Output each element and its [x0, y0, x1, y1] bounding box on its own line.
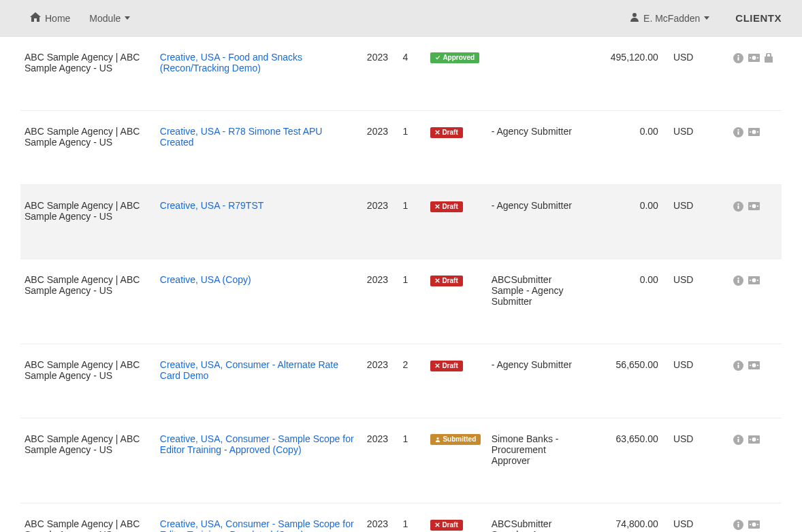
scope-link[interactable]: Creative, USA - Food and Snacks (Recon/T… — [160, 52, 302, 73]
money-icon[interactable] — [748, 128, 760, 136]
status-badge: Draft — [430, 520, 462, 531]
svg-point-29 — [757, 280, 758, 281]
actions-cell — [710, 259, 782, 344]
svg-point-28 — [750, 280, 751, 281]
money-icon[interactable] — [748, 520, 760, 529]
status-badge: Draft — [430, 361, 462, 371]
info-icon[interactable] — [733, 520, 743, 530]
svg-point-15 — [757, 131, 758, 133]
year-cell: 2023 — [363, 185, 399, 259]
navbar-right: E. McFadden CLIENTX — [620, 7, 782, 29]
approver-cell — [487, 37, 591, 111]
year-cell: 2023 — [363, 418, 399, 503]
home-icon — [30, 12, 41, 24]
status-cell: Approved — [426, 37, 487, 111]
currency-cell: USD — [662, 37, 710, 111]
svg-rect-46 — [738, 524, 739, 527]
status-badge: Draft — [430, 127, 462, 138]
svg-point-20 — [752, 204, 756, 208]
approver-cell: Simone Banks - Procurement Approver — [487, 418, 591, 503]
svg-point-37 — [437, 437, 439, 439]
currency-cell: USD — [662, 111, 710, 185]
approver-cell: - Agency Submitter — [487, 344, 591, 418]
status-label: Draft — [442, 129, 458, 136]
currency-cell: USD — [662, 185, 710, 259]
agency-cell: ABC Sample Agency | ABC Sample Agency - … — [20, 111, 156, 185]
info-icon[interactable] — [733, 127, 743, 137]
scope-link[interactable]: Creative, USA - R78 Simone Test APU Crea… — [160, 126, 323, 148]
home-label: Home — [45, 13, 70, 24]
agency-cell: ABC Sample Agency | ABC Sample Agency - … — [20, 344, 156, 418]
table-row: ABC Sample Agency | ABC Sample Agency - … — [20, 259, 782, 344]
info-icon[interactable] — [733, 53, 743, 63]
table-row: ABC Sample Agency | ABC Sample Agency - … — [20, 185, 782, 259]
status-cell: Draft — [426, 503, 487, 533]
table-row: ABC Sample Agency | ABC Sample Agency - … — [20, 503, 782, 533]
svg-point-7 — [757, 57, 758, 59]
table-row: ABC Sample Agency | ABC Sample Agency - … — [20, 418, 782, 503]
svg-rect-40 — [738, 437, 739, 438]
actions-cell — [710, 344, 782, 418]
info-icon[interactable] — [733, 361, 743, 371]
svg-point-27 — [752, 278, 756, 282]
status-badge: Submitted — [430, 434, 481, 445]
info-icon[interactable] — [733, 435, 743, 445]
chevron-down-icon — [125, 16, 130, 20]
svg-point-21 — [750, 205, 751, 207]
money-icon[interactable] — [748, 435, 760, 444]
info-icon[interactable] — [733, 276, 743, 286]
table-row: ABC Sample Agency | ABC Sample Agency - … — [20, 344, 782, 418]
info-icon[interactable] — [733, 201, 743, 212]
scope-link[interactable]: Creative, USA (Copy) — [160, 274, 251, 285]
scope-link[interactable]: Creative, USA, Consumer - Alternate Rate… — [160, 359, 338, 381]
version-cell: 1 — [398, 111, 426, 185]
money-icon[interactable] — [748, 202, 760, 210]
scope-link[interactable]: Creative, USA, Consumer - Sample Scope f… — [160, 518, 354, 532]
scope-link[interactable]: Creative, USA - R79TST — [160, 200, 264, 211]
module-label: Module — [89, 13, 121, 24]
table-row: ABC Sample Agency | ABC Sample Agency - … — [20, 37, 782, 111]
version-cell: 1 — [398, 503, 426, 533]
draft-icon — [435, 130, 440, 135]
home-nav[interactable]: Home — [20, 7, 80, 29]
user-menu[interactable]: E. McFadden — [620, 7, 719, 29]
svg-rect-24 — [738, 280, 739, 283]
money-icon[interactable] — [748, 276, 760, 284]
svg-rect-10 — [738, 131, 739, 135]
lock-icon[interactable] — [765, 53, 773, 63]
module-nav[interactable]: Module — [80, 7, 140, 29]
svg-rect-17 — [738, 205, 739, 209]
submitted-icon — [435, 437, 440, 442]
amount-cell: 63,650.00 — [591, 418, 662, 503]
svg-rect-18 — [738, 203, 739, 205]
status-label: Submitted — [443, 436, 476, 443]
money-icon[interactable] — [748, 361, 760, 369]
navbar-left: Home Module — [20, 7, 140, 29]
status-cell: Draft — [426, 111, 487, 185]
svg-point-44 — [757, 439, 758, 440]
draft-icon — [435, 278, 440, 283]
user-icon — [630, 12, 639, 24]
svg-rect-11 — [738, 129, 739, 131]
svg-rect-47 — [738, 522, 739, 523]
svg-point-0 — [632, 13, 637, 17]
year-cell: 2023 — [363, 344, 399, 418]
agency-cell: ABC Sample Agency | ABC Sample Agency - … — [20, 185, 156, 259]
svg-point-49 — [752, 522, 756, 527]
scope-table: ABC Sample Agency | ABC Sample Agency - … — [20, 37, 782, 532]
money-icon[interactable] — [748, 54, 760, 62]
svg-point-6 — [750, 57, 751, 59]
status-badge: Draft — [430, 276, 462, 286]
actions-cell — [710, 37, 782, 111]
svg-point-43 — [750, 439, 751, 440]
status-label: Draft — [442, 522, 458, 529]
version-cell: 1 — [398, 185, 426, 259]
svg-point-35 — [750, 365, 751, 366]
status-cell: Draft — [426, 259, 487, 344]
amount-cell: 0.00 — [591, 259, 662, 344]
version-cell: 2 — [398, 344, 426, 418]
svg-rect-2 — [738, 57, 739, 61]
svg-rect-8 — [765, 56, 773, 63]
svg-point-22 — [757, 205, 758, 207]
scope-link[interactable]: Creative, USA, Consumer - Sample Scope f… — [160, 433, 354, 455]
